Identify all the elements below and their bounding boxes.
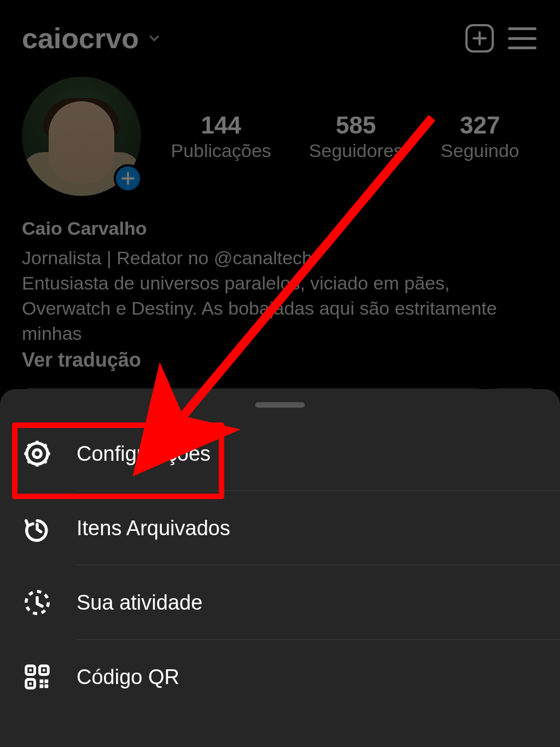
menu-item-settings[interactable]: Configurações xyxy=(0,416,560,491)
stat-followers-count: 585 xyxy=(309,112,403,139)
menu-item-archive[interactable]: Itens Arquivados xyxy=(0,491,560,565)
stat-following-label: Seguindo xyxy=(441,140,520,161)
menu-item-settings-label: Configurações xyxy=(77,442,211,466)
stat-posts-count: 144 xyxy=(171,112,271,139)
menu-item-activity-label: Sua atividade xyxy=(77,591,202,615)
stat-posts[interactable]: 144 Publicações xyxy=(171,112,271,161)
svg-point-1 xyxy=(33,450,41,458)
stat-following[interactable]: 327 Seguindo xyxy=(441,112,520,161)
svg-rect-19 xyxy=(40,685,44,688)
bio-line-2: Entusiasta de universos paralelos, vicia… xyxy=(22,271,538,346)
activity-icon xyxy=(22,587,52,618)
add-story-badge[interactable] xyxy=(114,164,142,193)
username-switcher[interactable]: caiocrvo xyxy=(22,22,162,55)
svg-line-9 xyxy=(44,444,46,447)
menu-item-archive-label: Itens Arquivados xyxy=(77,517,230,540)
qr-icon xyxy=(22,662,52,692)
svg-rect-16 xyxy=(29,682,32,685)
svg-line-8 xyxy=(28,461,30,463)
svg-line-6 xyxy=(28,444,30,447)
avatar-container[interactable] xyxy=(22,77,141,196)
archive-icon xyxy=(22,513,52,543)
gear-icon xyxy=(22,438,52,469)
stat-posts-label: Publicações xyxy=(171,140,271,161)
menu-button[interactable] xyxy=(506,22,538,54)
display-name: Caio Carvalho xyxy=(22,218,538,239)
menu-item-qr-label: Código QR xyxy=(77,665,179,689)
see-translation-link[interactable]: Ver tradução xyxy=(22,349,538,372)
menu-item-qr[interactable]: Código QR xyxy=(0,640,560,714)
profile-bio: Caio Carvalho Jornalista | Redator no @c… xyxy=(0,207,560,372)
stat-followers[interactable]: 585 Seguidores xyxy=(309,112,403,161)
create-post-button[interactable] xyxy=(464,22,495,54)
options-bottom-sheet: Configurações Itens Arquivados Sua ativi… xyxy=(0,389,560,747)
username-text: caiocrvo xyxy=(22,22,139,55)
svg-rect-14 xyxy=(29,669,32,671)
chevron-down-icon xyxy=(147,31,162,46)
menu-item-activity[interactable]: Sua atividade xyxy=(0,565,560,640)
stat-following-count: 327 xyxy=(441,112,520,139)
svg-line-7 xyxy=(44,461,46,463)
sheet-grabber[interactable] xyxy=(255,402,305,408)
svg-rect-20 xyxy=(45,685,49,688)
svg-rect-17 xyxy=(40,680,44,684)
profile-stats-row: 144 Publicações 585 Seguidores 327 Segui… xyxy=(0,66,560,207)
stat-followers-label: Seguidores xyxy=(309,140,403,161)
profile-header: caiocrvo xyxy=(0,0,560,66)
hamburger-icon xyxy=(508,27,536,49)
stats-group: 144 Publicações 585 Seguidores 327 Segui… xyxy=(152,112,538,161)
bio-line-1: Jornalista | Redator no @canaltech xyxy=(22,246,538,271)
plus-square-icon xyxy=(465,24,494,53)
svg-rect-15 xyxy=(43,669,45,671)
svg-rect-18 xyxy=(45,680,49,684)
